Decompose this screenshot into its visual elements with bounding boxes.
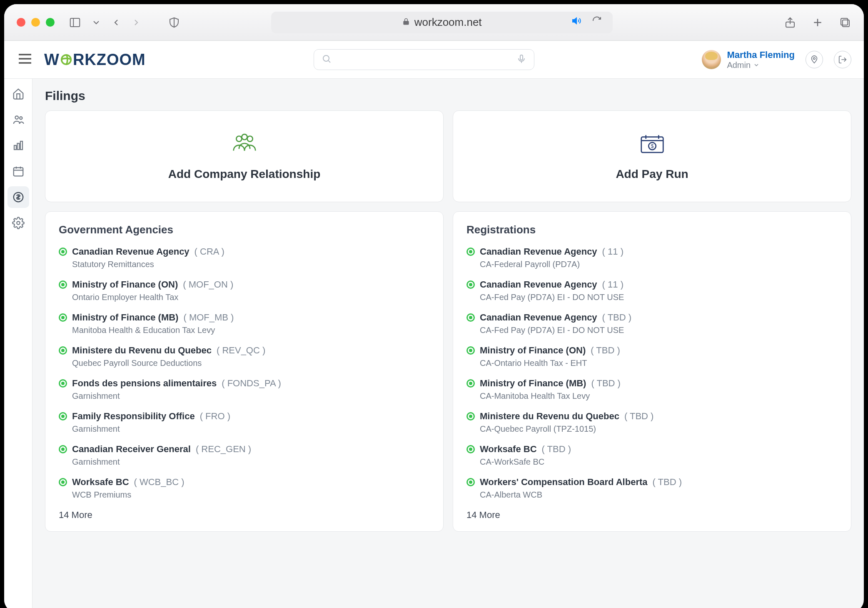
share-icon[interactable] xyxy=(784,16,796,29)
minimize-window[interactable] xyxy=(31,18,40,27)
list-item[interactable]: Canadian Revenue Agency( 11 )CA-Federal … xyxy=(466,242,838,275)
refresh-icon[interactable] xyxy=(592,16,602,29)
add-company-card[interactable]: Add Company Relationship xyxy=(45,110,444,202)
forward-button[interactable] xyxy=(131,18,141,28)
item-name: Ministry of Finance (ON) xyxy=(72,279,178,290)
svg-text:$: $ xyxy=(651,143,653,149)
item-code: ( 11 ) xyxy=(602,246,624,257)
page-title: Filings xyxy=(45,89,851,103)
search-input[interactable] xyxy=(314,49,534,70)
location-icon[interactable] xyxy=(806,51,823,68)
list-item[interactable]: Ministry of Finance (ON)( TBD )CA-Ontari… xyxy=(466,341,838,374)
more-link[interactable]: 14 More xyxy=(466,510,838,520)
shield-icon[interactable] xyxy=(168,16,180,29)
item-subtitle: Statutory Remittances xyxy=(72,260,430,269)
svg-rect-0 xyxy=(70,18,80,27)
nav-calendar[interactable] xyxy=(7,160,29,182)
item-name: Fonds des pensions alimentaires xyxy=(72,378,217,389)
item-subtitle: CA-Alberta WCB xyxy=(480,490,838,500)
list-item[interactable]: Worksafe BC( TBD )CA-WorkSafe BC xyxy=(466,440,838,473)
svg-point-29 xyxy=(247,136,252,142)
list-item[interactable]: Canadian Revenue Agency( TBD )CA-Fed Pay… xyxy=(466,308,838,341)
agencies-card: Government Agencies Canadian Revenue Age… xyxy=(45,211,444,532)
card-title: Government Agencies xyxy=(59,223,430,236)
item-subtitle: CA-Quebec Payroll (TPZ-1015) xyxy=(480,424,838,434)
app-header: WRKZOOM Martha Fleming Admin xyxy=(4,41,864,79)
list-item[interactable]: Ministere du Revenu du Quebec( REV_QC )Q… xyxy=(59,341,430,374)
svg-point-17 xyxy=(15,116,18,119)
user-name: Martha Fleming xyxy=(727,50,795,60)
list-item[interactable]: Workers' Compensation Board Alberta( TBD… xyxy=(466,473,838,505)
status-dot-icon xyxy=(59,379,67,388)
item-code: ( 11 ) xyxy=(602,279,624,290)
item-subtitle: Manitoba Health & Education Tax Levy xyxy=(72,325,430,335)
item-name: Ministry of Finance (ON) xyxy=(480,345,586,356)
status-dot-icon xyxy=(59,478,67,486)
nav-settings[interactable] xyxy=(7,212,29,234)
side-nav xyxy=(4,79,32,608)
list-item[interactable]: Canadian Revenue Agency( 11 )CA-Fed Pay … xyxy=(466,275,838,308)
list-item[interactable]: Canadian Revenue Agency( CRA )Statutory … xyxy=(59,242,430,275)
nav-people[interactable] xyxy=(7,109,29,130)
list-item[interactable]: Ministry of Finance (ON)( MOF_ON )Ontari… xyxy=(59,275,430,308)
nav-reports[interactable] xyxy=(7,135,29,156)
item-subtitle: CA-Federal Payroll (PD7A) xyxy=(480,260,838,269)
window-controls xyxy=(17,18,55,27)
list-item[interactable]: Worksafe BC( WCB_BC )WCB Premiums xyxy=(59,473,430,505)
item-subtitle: WCB Premiums xyxy=(72,490,430,500)
list-item[interactable]: Ministere du Revenu du Quebec( TBD )CA-Q… xyxy=(466,407,838,440)
list-item[interactable]: Family Responsibility Office( FRO )Garni… xyxy=(59,407,430,440)
item-code: ( REC_GEN ) xyxy=(196,444,251,455)
item-name: Worksafe BC xyxy=(72,477,129,488)
svg-rect-7 xyxy=(841,18,848,25)
list-item[interactable]: Fonds des pensions alimentaires( FONDS_P… xyxy=(59,374,430,407)
mic-icon[interactable] xyxy=(516,54,526,65)
svg-rect-20 xyxy=(17,143,19,150)
close-window[interactable] xyxy=(17,18,25,27)
registrations-card: Registrations Canadian Revenue Agency( 1… xyxy=(453,211,851,532)
svg-point-11 xyxy=(323,55,329,61)
item-code: ( CRA ) xyxy=(195,246,224,257)
add-payrun-card[interactable]: $ Add Pay Run xyxy=(453,110,851,202)
browser-window: workzoom.net WRKZOOM xyxy=(4,4,864,608)
avatar xyxy=(702,50,721,69)
status-dot-icon xyxy=(59,313,67,322)
item-subtitle: Ontario Employer Health Tax xyxy=(72,293,430,302)
status-dot-icon xyxy=(59,248,67,256)
nav-payroll[interactable] xyxy=(7,186,29,208)
chevron-down-icon[interactable] xyxy=(91,18,101,28)
item-code: ( TBD ) xyxy=(653,477,682,488)
list-item[interactable]: Ministry of Finance (MB)( MOF_MB )Manito… xyxy=(59,308,430,341)
list-item[interactable]: Ministry of Finance (MB)( TBD )CA-Manito… xyxy=(466,374,838,407)
item-name: Canadian Revenue Agency xyxy=(72,246,190,257)
item-name: Worksafe BC xyxy=(480,444,537,455)
status-dot-icon xyxy=(59,445,67,453)
calendar-money-icon: $ xyxy=(638,132,667,157)
item-subtitle: Garnishment xyxy=(72,457,430,467)
menu-icon[interactable] xyxy=(17,50,33,69)
item-code: ( FRO ) xyxy=(200,411,230,422)
sidebar-toggle-icon[interactable] xyxy=(69,16,81,29)
speaker-icon[interactable] xyxy=(572,16,582,29)
more-link[interactable]: 14 More xyxy=(59,510,430,520)
svg-point-28 xyxy=(236,136,242,142)
svg-rect-22 xyxy=(13,168,23,176)
item-subtitle: CA-Ontario Health Tax - EHT xyxy=(480,358,838,368)
item-subtitle: Garnishment xyxy=(72,424,430,434)
tabs-overview-icon[interactable] xyxy=(839,16,851,29)
user-menu[interactable]: Martha Fleming Admin xyxy=(702,50,795,70)
new-tab-icon[interactable] xyxy=(811,16,824,29)
status-dot-icon xyxy=(466,346,475,355)
logo[interactable]: WRKZOOM xyxy=(44,51,146,69)
nav-home[interactable] xyxy=(7,83,29,105)
item-subtitle: Quebec Payroll Source Deductions xyxy=(72,358,430,368)
list-item[interactable]: Canadian Receiver General( REC_GEN )Garn… xyxy=(59,440,430,473)
logout-icon[interactable] xyxy=(834,51,851,68)
maximize-window[interactable] xyxy=(46,18,55,27)
address-bar[interactable]: workzoom.net xyxy=(271,12,613,33)
item-name: Canadian Revenue Agency xyxy=(480,279,597,290)
item-subtitle: CA-Fed Pay (PD7A) EI - DO NOT USE xyxy=(480,325,838,335)
item-subtitle: CA-Fed Pay (PD7A) EI - DO NOT USE xyxy=(480,293,838,302)
back-button[interactable] xyxy=(111,18,121,28)
status-dot-icon xyxy=(466,280,475,289)
